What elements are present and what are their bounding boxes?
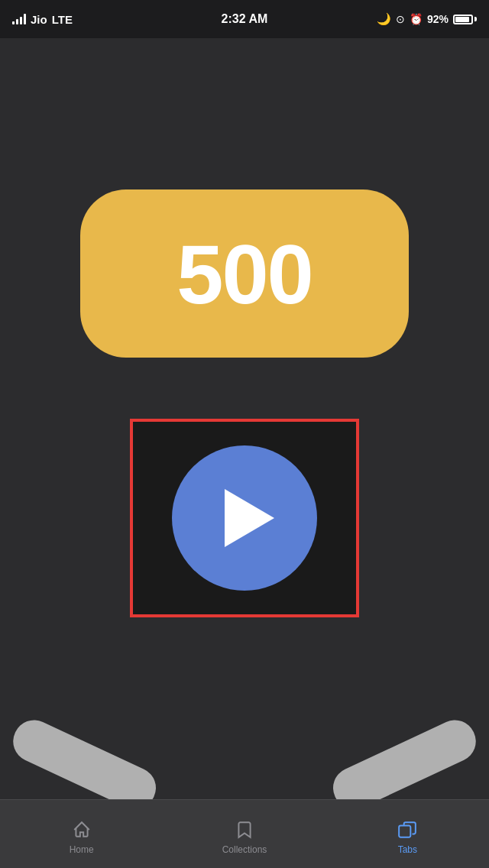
flippers-container [0, 711, 489, 753]
tab-home[interactable]: Home [0, 813, 163, 855]
battery-percent-label: 92% [427, 13, 449, 25]
network-type-label: LTE [52, 13, 73, 26]
alarm-icon: ⏰ [410, 13, 423, 25]
collections-icon [234, 819, 255, 840]
status-left: Jio LTE [12, 13, 73, 26]
score-display: 500 [176, 225, 313, 322]
play-circle[interactable] [172, 445, 317, 591]
home-icon [71, 819, 92, 840]
play-icon [225, 489, 274, 547]
moon-icon: 🌙 [377, 12, 391, 26]
signal-icon [12, 14, 26, 24]
svg-rect-0 [399, 826, 410, 837]
score-pill: 500 [80, 189, 409, 358]
battery-indicator [453, 15, 477, 24]
tab-collections[interactable]: Collections [163, 813, 325, 855]
status-right: 🌙 ⊙ ⏰ 92% [377, 12, 477, 26]
tab-home-label: Home [70, 844, 94, 855]
tab-tabs-label: Tabs [398, 844, 417, 855]
tab-collections-label: Collections [222, 844, 267, 855]
tab-tabs[interactable]: Tabs [326, 813, 489, 855]
play-button-container[interactable] [130, 419, 359, 617]
carrier-label: Jio [31, 13, 47, 26]
tabs-icon [397, 819, 418, 840]
status-time: 2:32 AM [222, 12, 268, 26]
tab-bar: Home Collections Tabs [0, 799, 489, 868]
rotation-lock-icon: ⊙ [396, 13, 405, 25]
main-content: 500 [0, 38, 489, 799]
status-bar: Jio LTE 2:32 AM 🌙 ⊙ ⏰ 92% [0, 0, 489, 38]
